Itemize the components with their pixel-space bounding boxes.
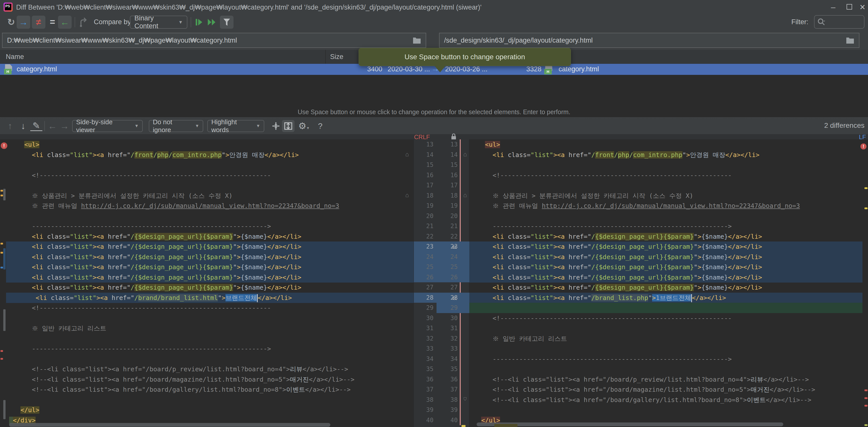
next-file-button[interactable]: → [59, 120, 70, 132]
right-line-number: 29 [438, 303, 458, 313]
right-path-field[interactable]: /sde_design/skin63/_dj/page/layout/categ… [439, 33, 860, 48]
error-mark[interactable] [865, 389, 868, 391]
settings-button[interactable]: ⚙ ▾ [297, 120, 310, 132]
highlight-value: Highlight words [211, 118, 251, 134]
code-line [469, 160, 863, 170]
prev-file-button[interactable]: ← [47, 120, 58, 132]
fold-marker-icon[interactable]: ⌂ [405, 152, 409, 157]
code-line: <li class="list"><a href="/brand/brand_l… [6, 293, 413, 303]
code-line: ----------------------------------------… [6, 343, 413, 354]
ignore-value: Do not ignore [153, 118, 190, 134]
edit-button[interactable]: ✎ [30, 121, 42, 131]
right-horizontal-scrollbar[interactable] [476, 423, 783, 426]
left-line-number: 38 [414, 395, 434, 405]
code-line: ※ 관련 매뉴얼 http://d-j.co.kr/_dj/sub/manual… [469, 201, 863, 211]
tooltip: Use Space button to change operation [359, 48, 571, 66]
prev-change-button[interactable]: ↑ [4, 120, 16, 132]
fold-marker-icon[interactable]: ⌂ [463, 193, 467, 198]
right-line-number: 17 [438, 180, 458, 191]
warning-mark[interactable] [865, 424, 868, 426]
left-file-name: category.html [17, 65, 57, 73]
highlight-select[interactable]: Highlight words ▼ [207, 120, 264, 132]
change-mark[interactable] [3, 189, 5, 200]
left-errors-indicator-icon[interactable]: ! [1, 142, 7, 149]
gear-icon: ⚙ [298, 121, 306, 131]
arrow-left-icon: ← [60, 18, 69, 27]
synchronize-button[interactable] [77, 15, 89, 29]
left-line-number: 14 [414, 150, 434, 160]
filter-button[interactable] [220, 15, 234, 29]
maximize-button[interactable] [844, 1, 855, 12]
collapse-unchanged-button[interactable] [270, 120, 281, 132]
code-line: ※ 상품관리 > 분류관리에서 설정한 카테고리 시작 (소스 수정 X) [6, 191, 413, 201]
info-mark[interactable] [0, 267, 3, 268]
warning-mark[interactable] [0, 195, 3, 196]
error-mark[interactable] [865, 397, 868, 399]
arrow-right-icon: → [19, 18, 28, 27]
left-line-number: 19 [414, 201, 434, 211]
help-button[interactable]: ? [315, 120, 326, 132]
apply-change-chevron-icon[interactable]: « [452, 293, 467, 303]
warning-mark[interactable] [0, 252, 3, 254]
right-file-name: category.html [559, 65, 599, 73]
left-line-number: 37 [414, 384, 434, 395]
error-mark[interactable] [865, 405, 868, 406]
change-mark[interactable] [3, 400, 5, 419]
code-line [469, 343, 863, 354]
viewer-select[interactable]: Side-by-side viewer ▼ [72, 120, 143, 132]
left-horizontal-scrollbar[interactable] [9, 423, 330, 427]
collapse-icon [272, 122, 280, 130]
close-button[interactable]: × [857, 1, 868, 12]
equalize-button[interactable]: = [46, 15, 59, 29]
folder-icon[interactable] [412, 37, 421, 44]
refresh-button[interactable]: ↻ [5, 15, 17, 29]
col-left-size[interactable]: Size [330, 53, 343, 61]
apply-right-button[interactable]: → [17, 15, 30, 29]
exclude-button[interactable]: ≠ [32, 15, 45, 29]
left-line-number: 40 [414, 415, 434, 426]
right-line-number: 36 [438, 374, 458, 385]
minimize-button[interactable]: – [828, 1, 839, 12]
warning-mark[interactable] [865, 207, 868, 209]
fast-forward-button[interactable] [205, 15, 218, 29]
warning-mark[interactable] [0, 243, 3, 244]
ignore-select[interactable]: Do not ignore ▼ [149, 120, 203, 132]
right-errors-indicator-icon[interactable]: ! [861, 143, 867, 150]
funnel-icon [223, 18, 230, 26]
compare-by-select[interactable]: Binary Content ▼ [130, 15, 187, 29]
apply-left-button[interactable]: ← [58, 15, 72, 29]
left-line-number: 21 [414, 221, 434, 231]
refresh-icon: ↻ [7, 18, 15, 27]
code-line: <li class="list"><a href="/{$design_page… [6, 282, 413, 293]
apply-change-chevron-icon[interactable]: « [452, 241, 467, 252]
col-left-name[interactable]: Name [6, 53, 24, 61]
window-title: Diff Between 'D:₩web₩client₩siwear₩www₩s… [16, 3, 482, 11]
code-line [6, 211, 413, 221]
error-mark[interactable] [0, 358, 3, 360]
sync-separators-toggle[interactable] [282, 120, 294, 132]
left-path-field[interactable]: D:₩web₩client₩siwear₩www₩skin63₩_dj₩page… [2, 33, 426, 48]
title-bar: PS Diff Between 'D:₩web₩client₩siwear₩ww… [0, 0, 868, 14]
next-difference-button[interactable] [193, 15, 205, 29]
fold-marker-icon[interactable]: ⌂ [405, 193, 409, 198]
right-line-number: 27 [438, 282, 458, 293]
filter-search-input[interactable] [814, 15, 865, 29]
right-editor[interactable]: <ul> <li class="list"><a href="/front/ph… [469, 139, 863, 427]
code-line: ※ 일반 카테고리 리스트 [469, 333, 863, 344]
warning-mark[interactable] [865, 187, 868, 189]
next-change-button[interactable]: ↓ [18, 120, 29, 132]
scroll-thumb[interactable] [3, 248, 5, 269]
change-mark[interactable] [3, 309, 5, 331]
fold-marker-icon[interactable]: ⌂ [463, 152, 467, 157]
left-editor[interactable]: <ul> <li class="list"><a href="/front/ph… [6, 139, 413, 427]
gutter-mark [462, 425, 466, 427]
fold-end-marker-icon[interactable]: ⌂ [463, 397, 467, 402]
play-bar-icon [195, 18, 203, 27]
warning-mark[interactable] [0, 190, 3, 192]
error-mark[interactable] [0, 350, 3, 352]
folder-icon[interactable] [846, 37, 855, 44]
code-line: ----------------------------------------… [469, 354, 863, 364]
left-line-number: 17 [414, 180, 434, 191]
code-line: <li class="list"><a href="/{$design_page… [6, 231, 413, 242]
left-line-number: 32 [414, 333, 434, 344]
